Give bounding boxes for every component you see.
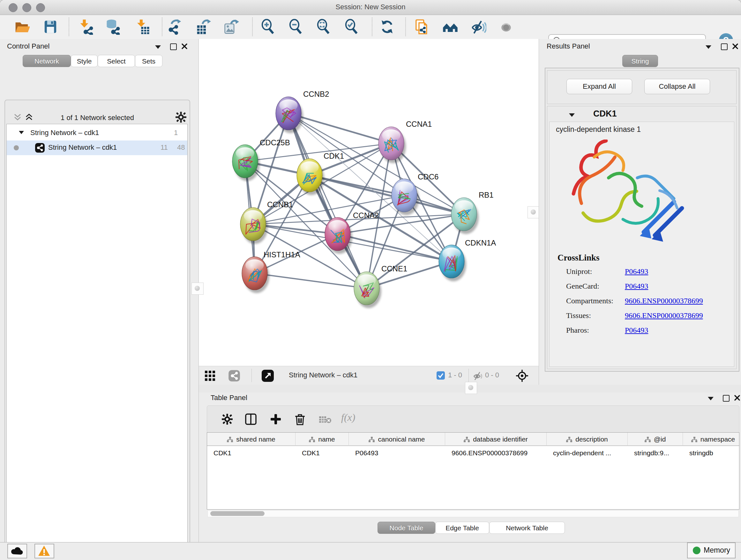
- node-label-HIST1H1A: HIST1H1A: [264, 250, 300, 259]
- crosslink-link[interactable]: 9606.ENSP00000378699: [625, 311, 703, 320]
- network-edge-CDK1-RB1[interactable]: [310, 175, 464, 214]
- undock-panel-icon[interactable]: [721, 44, 728, 50]
- import-network-icon[interactable]: [78, 19, 94, 35]
- cloud-status-button[interactable]: [7, 544, 27, 558]
- node-table[interactable]: shared namenamecanonical namedatabase id…: [207, 432, 739, 509]
- close-panel-icon[interactable]: [734, 395, 740, 401]
- crosslink-link[interactable]: P06493: [625, 282, 648, 291]
- import-network-from-database-icon[interactable]: [105, 19, 121, 35]
- detach-view-icon[interactable]: [261, 369, 274, 382]
- table-cell[interactable]: stringdb:9...: [628, 447, 683, 459]
- import-table-icon[interactable]: [135, 19, 151, 35]
- grid-view-icon[interactable]: [205, 370, 215, 381]
- node-gloss: [244, 210, 262, 222]
- column-header-description[interactable]: description: [547, 433, 628, 446]
- column-header-shared-name[interactable]: shared name: [207, 433, 295, 446]
- tab-node-table[interactable]: Node Table: [378, 522, 435, 534]
- clone-network-icon[interactable]: [414, 19, 430, 35]
- tab-select[interactable]: Select: [98, 55, 135, 67]
- node-gloss: [236, 147, 254, 159]
- node-gloss: [300, 161, 319, 173]
- scrollbar-thumb[interactable]: [210, 511, 265, 516]
- memory-label: Memory: [704, 546, 730, 555]
- expand-all-button[interactable]: Expand All: [566, 79, 632, 94]
- delete-column-trash-icon[interactable]: [294, 413, 306, 426]
- create-column-plus-icon[interactable]: [270, 413, 282, 425]
- close-panel-icon[interactable]: [181, 43, 188, 50]
- hide-selected-icon[interactable]: [470, 19, 486, 35]
- network-canvas[interactable]: CCNB2CCNA1CDC25BCDK1CDC6RB1CCNB1CCNA2CDK…: [199, 39, 539, 385]
- section-collapse-icon[interactable]: [569, 113, 575, 117]
- network-view-icon[interactable]: [228, 370, 240, 382]
- export-table-icon[interactable]: [195, 19, 211, 35]
- show-all-icon[interactable]: [498, 19, 514, 35]
- zoom-fit-icon[interactable]: [316, 19, 332, 35]
- collection-expand-icon[interactable]: [19, 131, 24, 134]
- column-header-name[interactable]: name: [295, 433, 349, 446]
- table-cell[interactable]: 9606.ENSP00000378699: [445, 447, 547, 459]
- tab-edge-table[interactable]: Edge Table: [435, 522, 489, 534]
- network-row-selected[interactable]: String Network – cdk1 11 48: [7, 140, 187, 155]
- table-cell[interactable]: CDK1: [207, 447, 295, 459]
- show-columns-icon[interactable]: [245, 413, 257, 425]
- node-label-CDKN1A: CDKN1A: [465, 239, 496, 247]
- table-options-gear-icon[interactable]: [222, 414, 232, 425]
- table-cell[interactable]: P06493: [349, 447, 445, 459]
- network-edge-CCNB2-CCNE1[interactable]: [288, 113, 367, 288]
- right-splitter-handle[interactable]: [528, 206, 540, 219]
- birds-eye-view-icon[interactable]: [515, 369, 529, 382]
- tab-style[interactable]: Style: [71, 55, 98, 67]
- network-options-gear-icon[interactable]: [176, 112, 186, 123]
- column-header-database-identifier[interactable]: database identifier: [445, 433, 547, 446]
- selected-checkbox-icon[interactable]: [436, 371, 445, 380]
- results-panel-title: Results Panel: [547, 42, 590, 51]
- protein-name: CDK1: [593, 109, 617, 119]
- tab-string[interactable]: String: [622, 55, 658, 67]
- export-network-icon[interactable]: [167, 19, 183, 35]
- bottom-splitter-handle[interactable]: [465, 382, 477, 394]
- save-session-icon[interactable]: [43, 19, 58, 35]
- close-panel-icon[interactable]: [732, 43, 738, 50]
- string-network-graph[interactable]: CCNB2CCNA1CDC25BCDK1CDC6RB1CCNB1CCNA2CDK…: [199, 39, 539, 366]
- hidden-eye-slash-icon: [473, 371, 483, 381]
- tab-sets[interactable]: Sets: [135, 55, 162, 67]
- float-panel-icon[interactable]: [705, 45, 711, 49]
- undock-panel-icon[interactable]: [723, 395, 730, 401]
- open-session-icon[interactable]: [14, 19, 30, 35]
- column-type-icon: [309, 437, 315, 442]
- node-label-CCNB1: CCNB1: [267, 200, 293, 209]
- network-edge-CCNB2-CCNA1[interactable]: [288, 113, 391, 143]
- table-h-scrollbar[interactable]: [207, 510, 739, 517]
- crosslink-link[interactable]: P06493: [625, 326, 648, 334]
- column-header-canonical-name[interactable]: canonical name: [349, 433, 445, 446]
- tab-network[interactable]: Network: [23, 55, 71, 67]
- network-edge-HIST1H1A-CCNE1[interactable]: [255, 273, 367, 288]
- float-panel-icon[interactable]: [155, 45, 161, 49]
- column-header--id[interactable]: @id: [628, 433, 683, 446]
- zoom-out-icon[interactable]: [288, 19, 304, 35]
- table-cell[interactable]: cyclin-dependent ...: [547, 447, 628, 459]
- collapse-all-button[interactable]: Collapse All: [644, 79, 710, 94]
- undock-panel-icon[interactable]: [170, 44, 177, 50]
- network-collection-row[interactable]: String Network – cdk1 1: [7, 126, 187, 140]
- export-image-icon[interactable]: [223, 19, 239, 35]
- crosslink-link[interactable]: P06493: [625, 267, 648, 276]
- table-cell[interactable]: stringdb: [683, 447, 739, 459]
- left-splitter-handle[interactable]: [192, 283, 204, 295]
- zoom-in-icon[interactable]: [260, 19, 276, 35]
- float-panel-icon[interactable]: [708, 397, 714, 400]
- memory-status-dot-icon: [693, 547, 700, 554]
- memory-button[interactable]: Memory: [687, 543, 736, 558]
- delete-table-icon: [319, 415, 332, 424]
- string-protein-query-icon[interactable]: [442, 19, 458, 35]
- column-header-namespace[interactable]: namespace: [683, 433, 739, 446]
- table-cell[interactable]: CDK1: [295, 447, 349, 459]
- tab-network-table[interactable]: Network Table: [489, 522, 565, 534]
- warning-status-button[interactable]: [35, 544, 54, 558]
- column-type-icon: [691, 437, 697, 442]
- refresh-view-icon[interactable]: [379, 19, 395, 35]
- crosslink-label: Tissues:: [566, 311, 591, 320]
- zoom-selected-icon[interactable]: [344, 19, 360, 35]
- crosslink-link[interactable]: 9606.ENSP00000378699: [625, 297, 703, 305]
- crosslinks-title: CrossLinks: [557, 253, 600, 263]
